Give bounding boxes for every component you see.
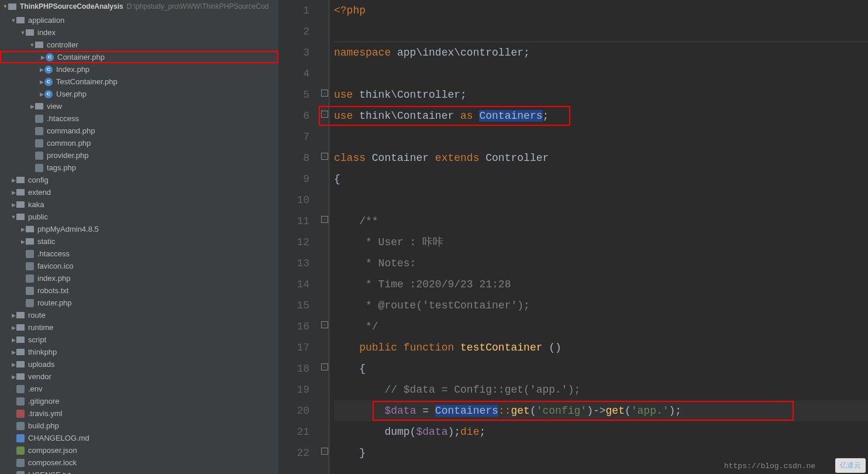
tree-folder-runtime[interactable]: ▶runtime xyxy=(0,321,278,334)
md-file-icon xyxy=(16,434,25,442)
tree-file-provider-php[interactable]: provider.php xyxy=(0,149,278,162)
tree-folder-route[interactable]: ▶route xyxy=(0,309,278,321)
tree-folder-index[interactable]: ▼index xyxy=(0,26,278,39)
code-editor[interactable]: 1234567 891011121314 1516171819202122 - … xyxy=(279,0,868,474)
txt-file-icon xyxy=(16,471,25,475)
tree-file-tags-php[interactable]: tags.php xyxy=(0,162,278,174)
tree-folder-thinkphp[interactable]: ▶thinkphp xyxy=(0,346,278,358)
php-file-icon xyxy=(35,152,43,160)
php-file-icon xyxy=(35,139,43,147)
php-file-icon xyxy=(16,422,25,430)
tree-folder-script[interactable]: ▶script xyxy=(0,334,278,346)
fold-marker-icon[interactable]: - xyxy=(321,363,328,370)
tree-folder-public[interactable]: ▼public xyxy=(0,211,278,223)
project-path: D:\phpstudy_pro\WWW\ThinkPHPSourceCod xyxy=(127,2,269,11)
tree-folder-config[interactable]: ▶config xyxy=(0,174,278,186)
tree-folder-static[interactable]: ▶static xyxy=(0,235,278,248)
tree-file-composer-lock[interactable]: composer.lock xyxy=(0,456,278,469)
php-class-icon: C xyxy=(44,90,53,98)
tree-folder-application[interactable]: ▼application xyxy=(0,14,278,26)
php-file-icon xyxy=(26,274,34,283)
tree-file-common-php[interactable]: common.php xyxy=(0,137,278,149)
file-icon xyxy=(35,115,43,123)
tree-file-env[interactable]: .env xyxy=(0,383,278,395)
yml-file-icon xyxy=(16,410,25,418)
php-class-icon: C xyxy=(44,78,53,86)
php-class-icon: C xyxy=(46,53,54,61)
fold-gutter: - - - - - - - xyxy=(320,0,329,474)
tree-file-index-php2[interactable]: index.php xyxy=(0,272,278,284)
tree-file-robots[interactable]: robots.txt xyxy=(0,284,278,297)
tree-file-changelog[interactable]: CHANGELOG.md xyxy=(0,432,278,444)
tree-file-gitignore[interactable]: .gitignore xyxy=(0,395,278,407)
fold-marker-icon[interactable]: - xyxy=(321,216,328,223)
tree-file-index-php[interactable]: ▶CIndex.php xyxy=(0,63,278,75)
json-file-icon xyxy=(16,446,25,455)
tree-file-user-php[interactable]: ▶CUser.php xyxy=(0,88,278,100)
logo-watermark: 亿速云 xyxy=(835,458,866,473)
code-content[interactable]: <?php namespace app\index\controller; us… xyxy=(329,0,868,474)
php-file-icon xyxy=(35,127,43,135)
tree-folder-vendor[interactable]: ▶vendor xyxy=(0,370,278,383)
tree-file-container-php[interactable]: ▶CContainer.php xyxy=(0,51,278,63)
file-icon xyxy=(16,397,25,406)
watermark-text: https://blog.csdn.ne xyxy=(724,462,815,470)
tree-folder-phpmyadmin[interactable]: ▶phpMyAdmin4.8.5 xyxy=(0,223,278,235)
project-sidebar: ▼ ThinkPHPSourceCodeAnalysis D:\phpstudy… xyxy=(0,0,279,474)
tree-file-composer-json[interactable]: composer.json xyxy=(0,444,278,456)
tree-file-travis[interactable]: .travis.yml xyxy=(0,407,278,420)
tree-file-router-php[interactable]: router.php xyxy=(0,297,278,309)
php-class-icon: C xyxy=(44,66,53,74)
tree-folder-uploads[interactable]: ▶uploads xyxy=(0,358,278,370)
fold-marker-icon[interactable]: - xyxy=(321,90,328,97)
tree-file-license[interactable]: LICENSE.txt xyxy=(0,469,278,474)
tree-file-build-php[interactable]: build.php xyxy=(0,420,278,432)
file-icon xyxy=(26,262,34,270)
tree-file-favicon[interactable]: favicon.ico xyxy=(0,260,278,272)
chevron-down-icon[interactable]: ▼ xyxy=(2,4,8,9)
file-icon xyxy=(16,385,25,393)
project-name: ThinkPHPSourceCodeAnalysis xyxy=(20,2,123,11)
php-file-icon xyxy=(35,164,43,172)
highlight-annotation xyxy=(319,106,570,126)
file-tree: ▼application ▼index ▼controller ▶CContai… xyxy=(0,13,278,474)
php-file-icon xyxy=(26,299,34,307)
fold-marker-icon[interactable]: - xyxy=(321,153,328,160)
fold-marker-icon[interactable]: - xyxy=(321,448,328,455)
tree-folder-extend[interactable]: ▶extend xyxy=(0,186,278,198)
tree-file-htaccess2[interactable]: .htaccess xyxy=(0,248,278,260)
folder-icon xyxy=(8,4,16,10)
tree-folder-view[interactable]: ▶view xyxy=(0,100,278,112)
project-path-bar: ▼ ThinkPHPSourceCodeAnalysis D:\phpstudy… xyxy=(0,0,278,13)
fold-marker-icon[interactable]: - xyxy=(321,321,328,328)
file-icon xyxy=(26,250,34,258)
tree-file-testcontainer-php[interactable]: ▶CTestContainer.php xyxy=(0,75,278,88)
file-icon xyxy=(16,459,25,467)
line-gutter: 1234567 891011121314 1516171819202122 xyxy=(279,0,320,474)
tree-file-htaccess[interactable]: .htaccess xyxy=(0,112,278,125)
txt-file-icon xyxy=(26,287,34,295)
tree-folder-controller[interactable]: ▼controller xyxy=(0,39,278,51)
highlight-annotation xyxy=(373,401,794,421)
tree-folder-kaka[interactable]: ▶kaka xyxy=(0,198,278,211)
tree-file-command-php[interactable]: command.php xyxy=(0,125,278,137)
